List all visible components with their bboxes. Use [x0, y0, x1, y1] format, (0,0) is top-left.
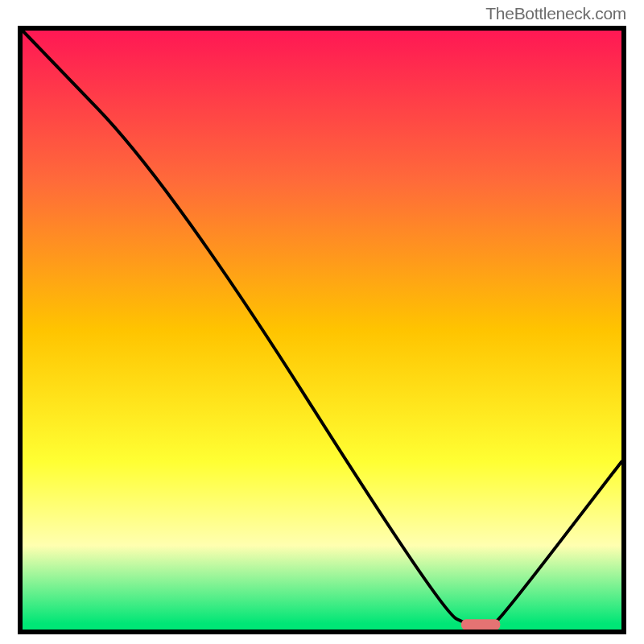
bottleneck-chart: [23, 31, 621, 630]
chart-background: [23, 31, 621, 630]
chart-svg: [23, 31, 621, 630]
watermark-text: TheBottleneck.com: [485, 4, 626, 23]
optimal-range-marker: [461, 619, 500, 630]
chart-frame: [18, 26, 626, 634]
